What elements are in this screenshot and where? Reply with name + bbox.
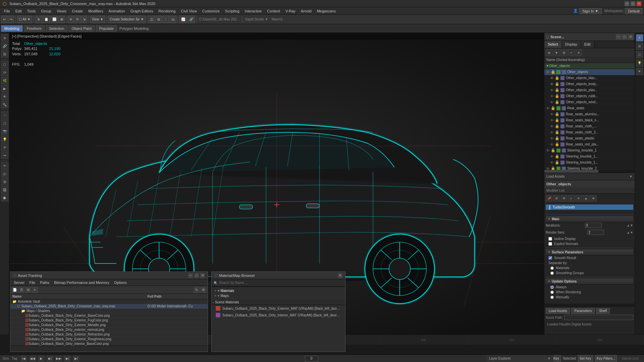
sub-tab-selection[interactable]: Selection <box>46 25 67 32</box>
play-selected-button[interactable]: ▶| <box>47 356 53 362</box>
maps-category[interactable]: + + Maps <box>213 293 344 298</box>
asset-tb-refresh[interactable]: ↻ <box>194 287 200 293</box>
asset-path-input[interactable] <box>564 315 633 320</box>
shelf-button[interactable]: Shelf <box>596 308 610 314</box>
scene-close-button[interactable]: ✕ <box>628 34 633 40</box>
material-search-input[interactable] <box>212 279 345 287</box>
asset-row-refraction[interactable]: 🖼Subaru_Outback_Black_Dirty_Exterior_Ref… <box>10 332 208 337</box>
play-button[interactable]: ▶ <box>38 356 44 362</box>
ts-smooth-checkbox[interactable] <box>548 256 552 260</box>
menu-scripting[interactable]: Scripting <box>222 8 242 14</box>
menu-graph-editors[interactable]: Graph Editors <box>128 8 156 14</box>
asset-tb-settings[interactable]: ⚙ <box>200 287 206 293</box>
list-item[interactable]: 👁 🔒 Rear_seats <box>544 105 635 111</box>
material-close-button[interactable]: ✕ <box>338 273 342 278</box>
ts-manually-radio[interactable] <box>550 296 554 299</box>
mirror-button[interactable]: ◫ <box>149 16 155 23</box>
list-item[interactable]: 👁 🔒 Steering_knuckle_1... <box>544 154 635 160</box>
workspace-dropdown[interactable]: Default <box>625 8 643 14</box>
list-item[interactable]: 👁 🔒 Other_objects_rubb... <box>544 93 635 99</box>
asset-minimize-button[interactable]: ─ <box>188 273 193 278</box>
ts-when-rendering-radio[interactable] <box>550 291 554 294</box>
vert-tab-camera[interactable]: 🎥 <box>636 51 643 58</box>
ts-always-radio[interactable] <box>550 286 554 289</box>
ts-materials-radio[interactable] <box>550 266 554 270</box>
asset-row-roughness[interactable]: 🖼Subaru_Outback_Black_Dirty_Exterior_Rou… <box>10 337 208 342</box>
curve-editor-button[interactable]: 📈 <box>179 16 187 23</box>
ts-isoline-checkbox[interactable] <box>548 237 552 241</box>
asset-row-basecolor[interactable]: 🖼Subaru_Outback_Black_Dirty_Exterior_Bas… <box>10 313 208 318</box>
left-tool-motion[interactable]: ▶ <box>1 85 8 92</box>
modifier-scrollbar[interactable] <box>544 304 635 306</box>
left-tool-wireframe[interactable]: ⊞ <box>1 178 8 185</box>
select-object-button[interactable]: 🖱 <box>35 16 42 23</box>
turbosmooth-modifier[interactable]: ▐ TurboSmooth <box>546 204 633 210</box>
asset-menu-file[interactable]: File <box>27 280 37 285</box>
scale-button[interactable]: ⇲ <box>81 16 87 23</box>
asset-menu-server[interactable]: Server <box>12 280 26 285</box>
minimize-button[interactable]: ─ <box>625 1 629 6</box>
rectangle-select-button[interactable]: ⬜ <box>51 16 58 23</box>
parameters-button[interactable]: Parameters <box>571 308 595 314</box>
next-frame-button[interactable]: ▶| <box>64 356 70 362</box>
menu-rendering[interactable]: Rendering <box>156 8 178 14</box>
material-interior[interactable]: Subaru_Outback_2025_Black_Dirty_Interior… <box>214 312 342 318</box>
scene-scrollbar[interactable] <box>544 170 635 173</box>
ts-iterations-input[interactable] <box>585 223 602 228</box>
left-tool-isolate[interactable]: ◎ <box>1 170 8 177</box>
mod-tool-active[interactable]: ✓ <box>568 195 575 202</box>
next-key-button[interactable]: ▶▶ <box>56 356 62 362</box>
window-crossing-button[interactable]: ⊞ <box>59 16 65 23</box>
mod-tool-configure[interactable]: ⚙ <box>553 195 560 202</box>
asset-menu-bitmap[interactable]: Bitmap Performance and Memory <box>52 280 111 285</box>
left-tool-shapes[interactable]: ○ <box>1 111 8 119</box>
left-tool-link[interactable]: 🔗 <box>1 42 8 50</box>
scene-tab-display[interactable]: Display <box>562 41 581 48</box>
list-item[interactable]: 👁 🔒 Rear_seats_black_n... <box>544 117 635 123</box>
mod-tool-move-up[interactable]: ▲ <box>583 195 589 202</box>
menu-group[interactable]: Group <box>38 8 54 14</box>
schematic-button[interactable]: 🔗 <box>187 16 195 23</box>
scene-tb-zoom[interactable]: ⊕ <box>546 49 552 56</box>
asset-tb-list[interactable]: ☰ <box>18 287 24 293</box>
menu-arnold[interactable]: Arnold <box>298 8 314 14</box>
menu-animation[interactable]: Animation <box>106 8 128 14</box>
menu-tools[interactable]: Tools <box>24 8 39 14</box>
close-button[interactable]: ✕ <box>637 1 641 6</box>
list-item[interactable]: 👁 🔒 Rear_seats_cloth_... <box>544 123 635 129</box>
list-item[interactable]: 👁 🔒 Rear_seats_red_pla... <box>544 141 635 147</box>
ts-surface-section[interactable]: Surface Parameters <box>546 249 633 255</box>
asset-tb-new[interactable]: 📄 <box>12 287 18 293</box>
asset-row-fogcolor[interactable]: 🖼Subaru_Outback_Black_Dirty_Exterior_Fog… <box>10 318 208 323</box>
mod-tool-delete[interactable]: ✕ <box>575 195 582 202</box>
asset-row-interior-base[interactable]: 🖼Subaru_Outback_Black_Dirty_Interior_Bas… <box>10 342 208 346</box>
scene-tb-filter[interactable]: ▼ <box>553 49 560 56</box>
layer-button[interactable]: 🗂 <box>170 16 176 23</box>
scene-minimize-button[interactable]: ─ <box>616 34 621 40</box>
undo-button[interactable]: ↩ <box>1 16 7 23</box>
menu-megascans[interactable]: Megascans <box>314 8 338 14</box>
list-item[interactable]: 👁 🔒 Rear_seats_plastic <box>544 135 635 141</box>
go-to-end-button[interactable]: ▶| <box>73 356 79 362</box>
list-item[interactable]: 👁 🔒 Rear_seats_cloth_2... <box>544 129 635 135</box>
sub-tab-modeling[interactable]: Modeling <box>1 25 22 32</box>
list-item[interactable]: 👁 🔒 Other_objects_wind... <box>544 99 635 105</box>
materials-category[interactable]: + + Materials <box>213 288 344 293</box>
set-key-button[interactable]: Set Key <box>578 355 593 362</box>
select-all-button[interactable]: ⬡ All ▼ <box>17 16 32 23</box>
asset-row-metallic[interactable]: 🖼Subaru_Outback_Black_Dirty_Exterior_Met… <box>10 323 208 327</box>
sub-tab-freeform[interactable]: Freeform <box>24 25 45 32</box>
scene-item-other-objects[interactable]: 👁 🔒 Other_objects <box>544 69 635 75</box>
vert-tab-snap[interactable]: ⊞ <box>636 43 643 50</box>
left-tool-paint[interactable]: ✏ <box>1 162 8 169</box>
left-tool-geometry[interactable]: ◻ <box>1 119 8 127</box>
list-item[interactable]: 👁 🔒 Steering_knuckle_1... <box>544 160 635 166</box>
left-tool-cameras[interactable]: 📷 <box>1 127 8 135</box>
frame-input[interactable] <box>305 356 318 362</box>
move-button[interactable]: ✛ <box>68 16 74 23</box>
ts-render-iters-input[interactable] <box>587 230 604 235</box>
left-tool-modify[interactable]: ⟳ <box>1 69 8 76</box>
list-item[interactable]: 👁 🔒 Other_objects_blac... <box>544 75 635 81</box>
array-button[interactable]: ⋮ <box>162 16 169 23</box>
prev-frame-button[interactable]: |◀ <box>21 356 27 362</box>
